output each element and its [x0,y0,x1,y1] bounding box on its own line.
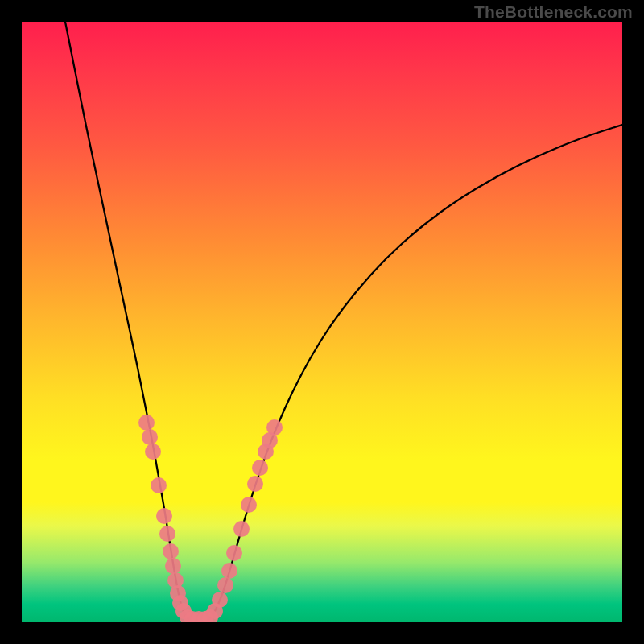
data-dot [266,419,283,436]
dots-group [138,415,283,622]
data-dot [145,444,161,460]
data-dot [233,521,250,537]
data-dot [163,543,179,559]
credit-watermark: TheBottleneck.com [474,2,633,22]
right-curve [209,125,622,619]
data-dot [226,545,242,561]
data-dot [159,526,175,542]
chart-wrapper: TheBottleneck.com [0,0,644,644]
data-dot [217,577,233,593]
data-dot [241,497,257,513]
data-dot [221,563,237,579]
data-dot [252,460,268,476]
chart-svg [22,22,622,622]
data-dot [138,415,155,431]
data-dot [142,429,158,445]
data-dot [151,477,167,493]
data-dot [212,592,228,608]
data-dot [247,476,263,492]
data-dot [165,558,181,574]
curves-group [65,22,622,619]
plot-area [22,22,622,622]
data-dot [156,508,172,524]
